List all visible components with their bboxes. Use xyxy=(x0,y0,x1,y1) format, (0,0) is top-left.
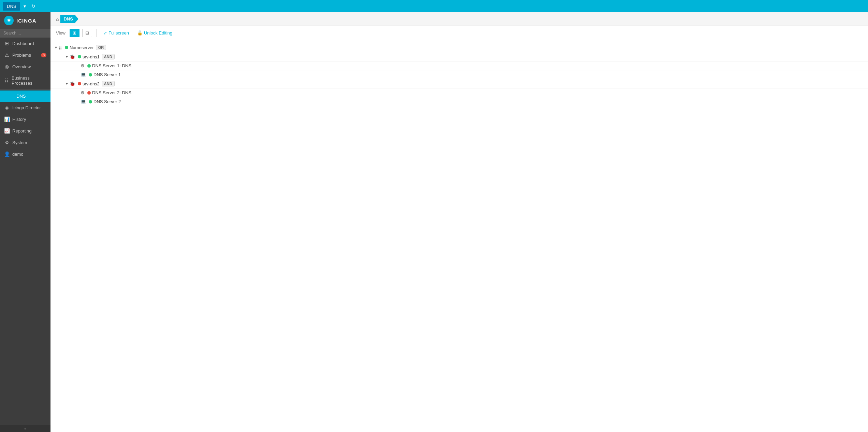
tree-row-srv-dns2[interactable]: ▾ 🐞 srv-dns2 AND xyxy=(50,79,868,88)
tree-row-srv-dns1[interactable]: ▾ 🐞 srv-dns1 AND xyxy=(50,52,868,61)
refresh-btn[interactable]: ↻ xyxy=(29,3,38,10)
node-label-nameserver: Nameserver xyxy=(70,45,94,50)
sidebar-item-label-history: History xyxy=(12,117,26,122)
view-grid-btn[interactable]: ⊞ xyxy=(70,29,79,37)
fullscreen-btn[interactable]: ⤢ Fullscreen xyxy=(101,29,132,37)
nav-icon-reporting: 📈 xyxy=(4,128,10,134)
search-input[interactable] xyxy=(0,29,50,38)
node-icon-srv-dns1: 🐞 xyxy=(70,54,75,59)
status-dot-nameserver xyxy=(65,46,68,49)
sidebar-item-label-demo: demo xyxy=(12,152,24,157)
sidebar-item-label-dashboard: Dashboard xyxy=(12,41,34,46)
node-icon-nameserver: ⣿ xyxy=(59,45,62,50)
fullscreen-label: Fullscreen xyxy=(108,30,129,36)
sidebar-item-dashboard[interactable]: ⊞ Dashboard xyxy=(0,38,50,49)
top-bar: DNS ▾ ↻ xyxy=(0,0,868,12)
dropdown-btn[interactable]: ▾ xyxy=(21,3,28,10)
tree-row-dns-server-1[interactable]: 💻 DNS Server 1 xyxy=(50,70,868,79)
sidebar-item-overview[interactable]: ◎ Overview xyxy=(0,61,50,72)
nav-icon-business-processes: ⣿ xyxy=(4,78,9,83)
logo-text: ICINGA xyxy=(16,18,37,24)
sidebar-nav: ⊞ Dashboard⚠ Problems8◎ Overview⣿ Busine… xyxy=(0,38,50,160)
badge-srv-dns1: AND xyxy=(102,54,115,59)
unlock-editing-btn[interactable]: 🔓 Unlock Editing xyxy=(134,29,175,37)
unlock-label: Unlock Editing xyxy=(144,30,172,36)
tree-row-nameserver[interactable]: ▾ ⣿ Nameserver OR xyxy=(50,43,868,52)
logo: ✱ ICINGA xyxy=(0,12,50,29)
status-dot-dns-server-2 xyxy=(89,100,92,103)
home-icon[interactable]: ⌂ xyxy=(56,16,59,22)
node-label-dns-server-1-dns: DNS Server 1: DNS xyxy=(92,63,131,68)
sidebar-item-label-system: System xyxy=(12,140,27,145)
fullscreen-icon: ⤢ xyxy=(103,30,107,36)
dns-tab[interactable]: DNS xyxy=(3,2,20,11)
sidebar-item-label-icinga-director: Icinga Director xyxy=(12,105,41,110)
node-icon-dns-server-2-dns: ⚙ xyxy=(81,90,85,95)
lock-icon: 🔓 xyxy=(137,30,143,36)
process-tree: ▾ ⣿ Nameserver OR ▾ 🐞 srv-dns1 AND ⚙ DNS… xyxy=(50,40,868,432)
node-label-srv-dns1: srv-dns1 xyxy=(83,54,100,59)
node-icon-srv-dns2: 🐞 xyxy=(70,81,75,86)
sidebar-item-business-processes[interactable]: ⣿ Business Processes xyxy=(0,72,50,89)
nav-icon-icinga-director: ◈ xyxy=(4,105,10,110)
nav-sep-bp xyxy=(0,89,50,90)
tree-row-dns-server-1-dns[interactable]: ⚙ DNS Server 1: DNS xyxy=(50,61,868,70)
main-content: ⌂ DNS View ⊞ ⊟ ⤢ Fullscreen 🔓 Unlock Edi… xyxy=(50,12,868,432)
sidebar-item-dns[interactable]: DNS xyxy=(0,90,50,102)
node-icon-dns-server-2: 💻 xyxy=(81,99,86,104)
badge-nameserver: OR xyxy=(96,45,106,50)
node-icon-dns-server-1-dns: ⚙ xyxy=(81,63,85,68)
tree-row-dns-server-2[interactable]: 💻 DNS Server 2 xyxy=(50,97,868,106)
toolbar-separator xyxy=(96,29,97,37)
toggle-srv-dns2[interactable]: ▾ xyxy=(64,81,70,86)
sidebar-item-problems[interactable]: ⚠ Problems8 xyxy=(0,49,50,61)
nav-icon-demo: 👤 xyxy=(4,151,10,157)
breadcrumb-dns: DNS xyxy=(60,15,78,23)
sidebar-item-icinga-director[interactable]: ◈ Icinga Director xyxy=(0,102,50,113)
nav-icon-system: ⚙ xyxy=(4,140,10,145)
breadcrumb: ⌂ DNS xyxy=(50,12,868,26)
badge-srv-dns2: AND xyxy=(102,81,115,86)
view-list-btn[interactable]: ⊟ xyxy=(82,29,92,37)
badge-problems: 8 xyxy=(41,53,46,57)
tree-row-dns-server-2-dns[interactable]: ⚙ DNS Server 2: DNS xyxy=(50,88,868,97)
sidebar-item-history[interactable]: 📊 History xyxy=(0,113,50,125)
status-dot-dns-server-2-dns xyxy=(87,91,91,95)
node-label-dns-server-2: DNS Server 2 xyxy=(93,99,121,104)
status-dot-srv-dns1 xyxy=(78,55,81,58)
toggle-nameserver[interactable]: ▾ xyxy=(53,45,59,50)
status-dot-dns-server-1 xyxy=(89,73,92,76)
sidebar-item-system[interactable]: ⚙ System xyxy=(0,137,50,148)
toolbar: View ⊞ ⊟ ⤢ Fullscreen 🔓 Unlock Editing xyxy=(50,26,868,40)
view-label: View xyxy=(56,30,66,36)
status-dot-dns-server-1-dns xyxy=(87,64,91,68)
logo-icon: ✱ xyxy=(4,16,14,25)
sidebar-item-label-dns: DNS xyxy=(16,94,26,99)
sidebar-item-label-reporting: Reporting xyxy=(12,128,31,134)
collapse-btn[interactable]: « xyxy=(0,425,50,432)
node-icon-dns-server-1: 💻 xyxy=(81,72,86,77)
nav-icon-overview: ◎ xyxy=(4,64,10,69)
sidebar: ✱ ICINGA ⊞ Dashboard⚠ Problems8◎ Overvie… xyxy=(0,12,50,432)
nav-icon-problems: ⚠ xyxy=(4,52,10,58)
status-dot-srv-dns2 xyxy=(78,82,81,85)
node-label-srv-dns2: srv-dns2 xyxy=(83,81,100,86)
node-label-dns-server-2-dns: DNS Server 2: DNS xyxy=(92,90,131,95)
nav-icon-history: 📊 xyxy=(4,116,10,122)
node-label-dns-server-1: DNS Server 1 xyxy=(93,72,121,77)
toggle-srv-dns1[interactable]: ▾ xyxy=(64,54,70,59)
sidebar-item-label-business-processes: Business Processes xyxy=(12,75,46,86)
sidebar-item-demo[interactable]: 👤 demo xyxy=(0,148,50,160)
nav-icon-dashboard: ⊞ xyxy=(4,41,10,46)
sidebar-item-label-problems: Problems xyxy=(12,53,31,58)
sidebar-item-reporting[interactable]: 📈 Reporting xyxy=(0,125,50,137)
sidebar-item-label-overview: Overview xyxy=(12,64,31,69)
sidebar-bottom: « xyxy=(0,425,50,432)
